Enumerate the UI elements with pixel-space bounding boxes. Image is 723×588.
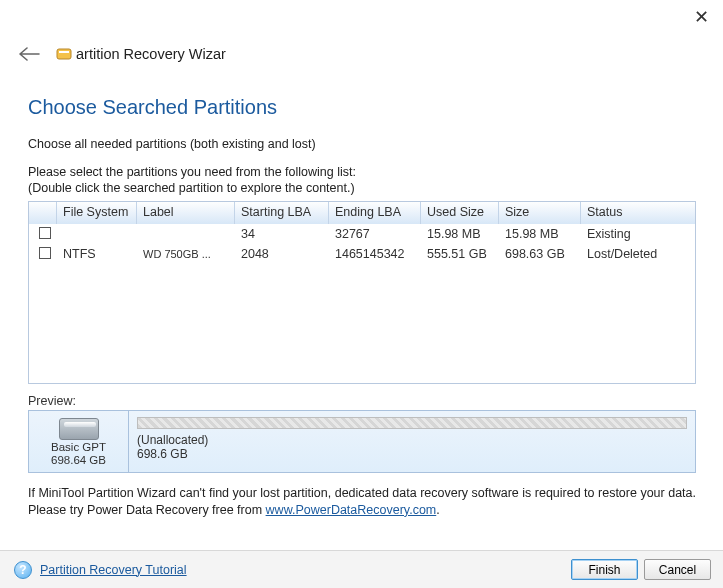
allocation-segment[interactable]: (Unallocated) 698.6 GB — [129, 411, 695, 472]
cell-label: WD 750GB ... — [137, 247, 235, 261]
cell-label — [137, 233, 235, 235]
instruction-main: Choose all needed partitions (both exist… — [28, 137, 701, 151]
instruction-line-2: (Double click the searched partition to … — [28, 181, 701, 195]
segment-size: 698.6 GB — [137, 447, 687, 461]
close-icon[interactable]: ✕ — [694, 6, 709, 28]
column-label[interactable]: Label — [137, 202, 235, 224]
note-text-2: . — [436, 503, 439, 517]
column-status[interactable]: Status — [581, 202, 695, 224]
table-row[interactable]: NTFS WD 750GB ... 2048 1465145342 555.51… — [29, 244, 695, 264]
disk-icon — [59, 418, 99, 440]
column-file-system[interactable]: File System — [57, 202, 137, 224]
cell-status: Existing — [581, 226, 695, 242]
cell-ending-lba: 1465145342 — [329, 246, 421, 262]
column-starting-lba[interactable]: Starting LBA — [235, 202, 329, 224]
cell-starting-lba: 2048 — [235, 246, 329, 262]
cell-file-system — [57, 233, 137, 235]
cell-starting-lba: 34 — [235, 226, 329, 242]
column-ending-lba[interactable]: Ending LBA — [329, 202, 421, 224]
cell-size: 698.63 GB — [499, 246, 581, 262]
svg-rect-0 — [57, 49, 71, 59]
table-row[interactable]: 34 32767 15.98 MB 15.98 MB Existing — [29, 224, 695, 244]
back-arrow-icon[interactable] — [18, 47, 40, 61]
disk-type: Basic GPT — [51, 441, 106, 453]
preview-label: Preview: — [28, 394, 701, 408]
instruction-line-1: Please select the partitions you need fr… — [28, 165, 701, 179]
power-data-recovery-link[interactable]: www.PowerDataRecovery.com — [266, 503, 437, 517]
recovery-note: If MiniTool Partition Wizard can't find … — [28, 485, 696, 519]
preview-box: Basic GPT 698.64 GB (Unallocated) 698.6 … — [28, 410, 696, 473]
column-used-size[interactable]: Used Size — [421, 202, 499, 224]
allocation-bar — [137, 417, 687, 429]
svg-rect-1 — [59, 51, 69, 53]
finish-button[interactable]: Finish — [571, 559, 638, 580]
disk-info[interactable]: Basic GPT 698.64 GB — [29, 411, 129, 472]
cell-size: 15.98 MB — [499, 226, 581, 242]
column-checkbox[interactable] — [29, 202, 57, 224]
app-icon — [56, 46, 72, 62]
cancel-button[interactable]: Cancel — [644, 559, 711, 580]
page-heading: Choose Searched Partitions — [28, 96, 701, 119]
disk-size: 698.64 GB — [51, 454, 106, 466]
segment-name: (Unallocated) — [137, 433, 687, 447]
help-icon[interactable]: ? — [14, 561, 32, 579]
column-size[interactable]: Size — [499, 202, 581, 224]
partition-table: File System Label Starting LBA Ending LB… — [28, 201, 696, 384]
cell-ending-lba: 32767 — [329, 226, 421, 242]
row-checkbox[interactable] — [39, 247, 51, 259]
window-title: artition Recovery Wizar — [56, 46, 226, 62]
row-checkbox[interactable] — [39, 227, 51, 239]
cell-used-size: 555.51 GB — [421, 246, 499, 262]
cell-used-size: 15.98 MB — [421, 226, 499, 242]
tutorial-link[interactable]: Partition Recovery Tutorial — [40, 563, 187, 577]
cell-status: Lost/Deleted — [581, 246, 695, 262]
cell-file-system: NTFS — [57, 246, 137, 262]
table-header-row: File System Label Starting LBA Ending LB… — [29, 202, 695, 224]
window-title-text: artition Recovery Wizar — [76, 46, 226, 62]
